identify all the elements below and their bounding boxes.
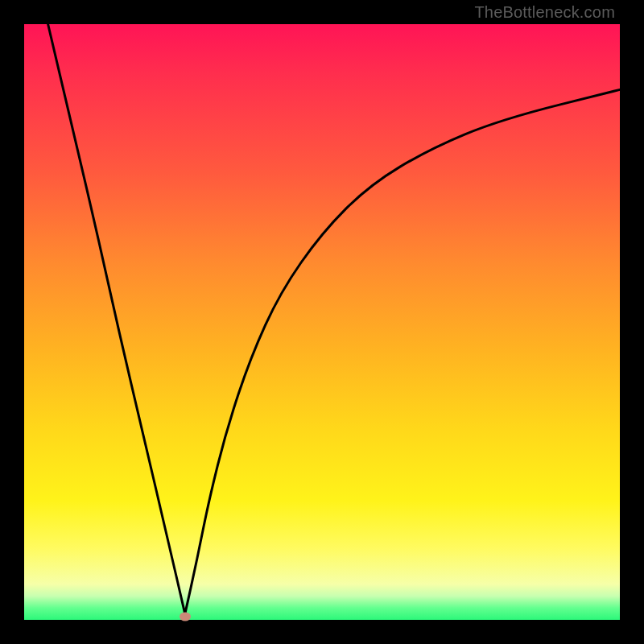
curve-path bbox=[48, 24, 620, 614]
bottleneck-curve bbox=[24, 24, 620, 620]
plot-area bbox=[24, 24, 620, 620]
watermark-text: TheBottleneck.com bbox=[474, 3, 615, 22]
minimum-marker bbox=[180, 613, 191, 621]
chart-frame: TheBottleneck.com bbox=[0, 0, 644, 644]
